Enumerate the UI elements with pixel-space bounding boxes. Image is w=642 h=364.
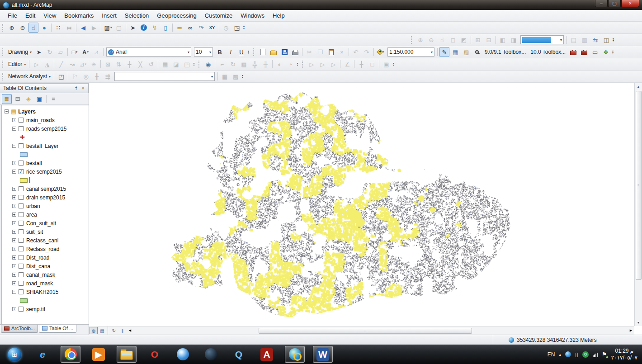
layer-checkbox[interactable] — [19, 186, 24, 191]
layer-checkbox[interactable] — [19, 238, 24, 243]
layout-zoom-whole-page-icon[interactable]: ◻ — [448, 35, 458, 45]
layer-row[interactable]: +bestall — [5, 159, 89, 167]
point-tool-icon[interactable]: ✳ — [89, 59, 99, 69]
drawing-toolbar-handle[interactable] — [2, 48, 5, 56]
layer-row[interactable]: +canal_mask — [5, 270, 89, 279]
expander-icon[interactable]: + — [12, 213, 16, 217]
chrome-icon[interactable] — [61, 346, 80, 363]
word-icon[interactable]: W — [313, 346, 333, 363]
layer-label[interactable]: road_mask — [26, 280, 53, 287]
menu-customize[interactable]: Customize — [201, 11, 236, 20]
layer-row[interactable]: +canal semp2015 — [5, 184, 89, 193]
error-inspector-icon[interactable]: ∠ — [342, 59, 352, 69]
refresh-view-button[interactable]: ↻ — [110, 327, 118, 334]
green-rect-symbol[interactable] — [20, 298, 28, 303]
layer-row[interactable]: +Reclass_road — [5, 245, 89, 253]
drawing-menu[interactable]: Drawing▾ — [6, 49, 33, 55]
toolbar-overflow-icon[interactable]: ▾▾ — [297, 62, 298, 66]
solve-icon[interactable]: ▦ — [220, 71, 230, 81]
explode-tool-icon[interactable]: ╫ — [260, 59, 270, 69]
toolbar-overflow-icon[interactable]: ▾▾ — [613, 38, 614, 42]
list-by-selection-icon[interactable]: ▣ — [34, 94, 44, 104]
map-vertical-scrollbar[interactable]: ▲ ≡ ▼ — [634, 83, 642, 326]
toc-pin-icon[interactable]: ϯ — [73, 85, 80, 91]
python-window-icon[interactable]: ▭ — [590, 47, 600, 57]
expander-icon[interactable]: + — [12, 118, 16, 122]
undo-icon[interactable]: ↶ — [351, 47, 361, 57]
menu-help[interactable]: Help — [269, 11, 289, 20]
toolbar-overflow-icon[interactable]: ▾▾ — [193, 62, 194, 66]
topology-toolbar-handle[interactable] — [302, 61, 304, 68]
layer-checkbox[interactable] — [19, 255, 24, 260]
scroll-down-icon[interactable]: ▼ — [635, 319, 642, 326]
toolbar-overflow-icon[interactable]: ▾▾ — [242, 75, 243, 78]
menu-file[interactable]: File — [4, 11, 21, 20]
change-layout-icon[interactable]: ⇆ — [590, 35, 600, 45]
endpoint-arc-icon[interactable]: ↝ — [67, 59, 77, 69]
extend-tool-icon[interactable]: ↻ — [228, 59, 238, 69]
scroll-right-icon[interactable]: ▶ — [628, 327, 634, 334]
shape-tool-icon[interactable]: □▾ — [70, 47, 80, 57]
sketch-properties-icon[interactable]: ◪ — [171, 59, 181, 69]
edit-tool-icon[interactable]: ▷ — [31, 59, 41, 69]
text-tool-icon[interactable]: A▾ — [80, 47, 90, 57]
toolbox-100-button[interactable]: 10.0 Toolbox... — [528, 49, 568, 55]
fix-error-tool-icon[interactable]: ▷ — [328, 59, 338, 69]
language-indicator[interactable]: EN — [548, 351, 555, 358]
go-to-xy-icon[interactable]: XY — [207, 23, 217, 33]
layout-zoom-combo[interactable]: ▾ — [520, 35, 564, 44]
network-tray-icon[interactable] — [565, 351, 571, 357]
layout-pan-icon[interactable]: ☝ — [437, 35, 447, 45]
adobe-reader-icon[interactable]: A — [257, 346, 277, 363]
paste-icon[interactable] — [326, 47, 336, 57]
expander-icon[interactable]: + — [12, 247, 16, 251]
close-button[interactable]: × — [621, 0, 639, 7]
toolbar-overflow-icon[interactable]: ▾▾ — [248, 50, 249, 54]
catalog-window-icon[interactable]: ▨ — [461, 47, 471, 57]
layer-label[interactable]: canal_mask — [26, 272, 55, 278]
measure-icon[interactable]: ═ — [175, 23, 184, 33]
title-bar[interactable]: all.mxd - ArcMap – ▢ × — [0, 0, 642, 10]
network-analyst-toolbar-handle[interactable] — [2, 73, 5, 80]
layer-label[interactable]: urban — [26, 203, 40, 209]
layer-row[interactable]: +Dist_cana — [5, 262, 89, 270]
layer-checkbox[interactable] — [19, 203, 24, 208]
internet-explorer-icon[interactable]: e — [33, 346, 52, 363]
rotate-tool-icon[interactable]: ↺ — [146, 59, 156, 69]
menu-geoprocessing[interactable]: Geoprocessing — [153, 11, 200, 20]
clear-selection-icon[interactable]: ▢ — [114, 23, 124, 33]
arcmap-taskbar-icon[interactable] — [285, 346, 305, 363]
fixed-zoom-in-icon[interactable]: ∷ — [53, 23, 63, 33]
taskbar-clock[interactable]: 01:29 م ٢٠١٧/٠٥/٠٧ — [611, 348, 637, 361]
layer-row[interactable]: +main_roads — [5, 116, 89, 124]
layer-row[interactable]: +Con_suit_sit — [5, 219, 89, 227]
opera-icon[interactable]: O — [145, 346, 165, 363]
menu-edit[interactable]: Edit — [21, 11, 39, 20]
layer-label[interactable]: roads semp2015 — [26, 126, 66, 132]
find-icon[interactable]: ∞ — [185, 23, 195, 33]
zoom-out-icon[interactable]: ⊖ — [18, 23, 28, 33]
media-player-icon[interactable]: ▶ — [89, 346, 109, 363]
list-by-source-icon[interactable]: ⊟ — [13, 94, 23, 104]
directions-window-icon[interactable]: ⇶ — [103, 71, 113, 81]
editor-menu[interactable]: Editor▾ — [6, 61, 28, 67]
blue-rect-symbol[interactable] — [20, 152, 28, 157]
layer-label[interactable]: drain semp2015 — [26, 194, 65, 201]
start-button[interactable]: ⊞ — [5, 346, 24, 363]
signal-tray-icon[interactable] — [593, 352, 598, 357]
toolbar-overflow-icon[interactable]: ▾▾ — [243, 26, 245, 29]
create-network-location-icon[interactable]: ⚐ — [70, 71, 80, 81]
action-center-flag-icon[interactable]: ⚑▲ — [602, 351, 607, 358]
layout-zoom-width-icon[interactable]: ◧ — [498, 35, 508, 45]
toolbox-90-91-button[interactable]: 9.0/9.1 Toolbox... — [482, 49, 528, 55]
pan-icon[interactable]: ☝ — [28, 23, 38, 33]
road-line-symbol[interactable]: ✚ — [20, 135, 25, 140]
dark-orb-app-icon[interactable] — [201, 346, 221, 363]
topology-edit-tool-icon[interactable]: □ — [367, 59, 377, 69]
menu-view[interactable]: View — [39, 11, 60, 20]
editor-toolbar-handle[interactable] — [2, 61, 5, 68]
straight-segment-icon[interactable]: ╱ — [56, 59, 66, 69]
scroll-left-icon[interactable]: ◀ — [127, 327, 133, 334]
toc-options-icon[interactable]: ≡ — [48, 94, 58, 104]
layer-label[interactable]: area — [26, 212, 37, 218]
